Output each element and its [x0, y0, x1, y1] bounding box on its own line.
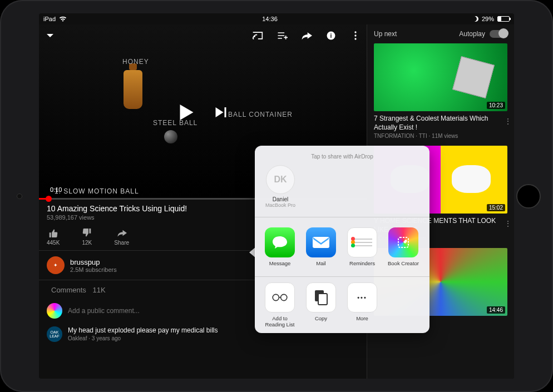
cast-icon[interactable] — [251, 29, 264, 42]
video-label: HONEY — [122, 58, 149, 66]
video-thumbnail: 10:23 — [374, 43, 507, 111]
airdrop-header: Tap to share with AirDrop — [255, 150, 429, 163]
mail-icon — [306, 227, 336, 257]
screen: iPad 14:36 29% i — [39, 13, 514, 379]
share-app-mail[interactable]: Mail — [304, 227, 338, 266]
video-label: BALL CONTAINER — [228, 111, 293, 118]
reading-list-icon — [265, 282, 295, 312]
svg-text:i: i — [330, 32, 332, 39]
status-bar: iPad 14:36 29% — [39, 13, 514, 24]
clock: 14:36 — [262, 16, 278, 22]
video-object-ball — [164, 130, 177, 143]
channel-avatar: ✦ — [47, 256, 65, 274]
share-icon — [117, 229, 127, 237]
thumb-down-icon — [82, 229, 92, 237]
duration-badge: 15:02 — [487, 204, 505, 211]
autoplay-label: Autoplay — [459, 30, 485, 38]
action-more[interactable]: ••• More — [345, 282, 379, 328]
channel-subs: 2.5M subscribers — [70, 266, 117, 273]
front-camera — [17, 193, 22, 199]
device-label: iPad — [43, 16, 56, 22]
svg-point-3 — [354, 34, 356, 36]
video-section-title: 1. SLOW MOTION BALL — [55, 187, 139, 195]
more-vert-icon[interactable] — [349, 29, 362, 42]
svg-rect-6 — [398, 237, 408, 247]
comment-count: 11K — [92, 286, 105, 294]
comment-text: My head just exploded please pay my medi… — [68, 326, 218, 334]
action-copy[interactable]: Copy — [304, 282, 338, 328]
dislike-button[interactable]: 12K — [82, 229, 92, 246]
share-arrow-icon[interactable] — [300, 29, 313, 42]
comment-meta: Oakleaf · 3 years ago — [68, 335, 218, 341]
more-icon: ••• — [347, 282, 377, 312]
ipad-frame: iPad 14:36 29% i — [0, 0, 553, 392]
item-more-icon[interactable]: ⋮ — [504, 219, 512, 228]
airdrop-target[interactable]: DK Daniel MacBook Pro — [263, 165, 298, 208]
do-not-disturb-icon — [473, 16, 478, 22]
collapse-icon[interactable] — [43, 29, 57, 42]
user-avatar — [47, 303, 62, 319]
thumb-up-icon — [48, 229, 58, 237]
up-next-label: Up next — [374, 30, 397, 38]
svg-point-7 — [273, 294, 279, 300]
share-app-reminders[interactable]: Reminders — [345, 227, 379, 266]
share-sheet: Tap to share with AirDrop DK Daniel MacB… — [255, 146, 429, 333]
share-app-bookcreator[interactable]: Book Creator — [386, 227, 421, 266]
queue-add-icon[interactable] — [275, 29, 289, 42]
airdrop-avatar: DK — [266, 165, 295, 194]
reminders-icon — [347, 227, 377, 257]
like-button[interactable]: 445K — [47, 229, 60, 246]
svg-point-2 — [354, 31, 356, 33]
home-button[interactable] — [516, 184, 541, 209]
message-icon — [265, 227, 295, 257]
commenter-avatar: OAK LEAF — [47, 326, 62, 342]
item-more-icon[interactable]: ⋮ — [504, 117, 512, 126]
wifi-icon — [59, 16, 67, 22]
up-next-item[interactable]: 10:23 7 Strangest & Coolest Materials Wh… — [367, 43, 514, 146]
duration-badge: 14:46 — [487, 306, 505, 314]
video-label: STEEL BALL — [153, 119, 198, 127]
info-icon[interactable]: i — [324, 29, 338, 42]
svg-point-8 — [281, 294, 287, 300]
battery-icon — [497, 16, 510, 22]
action-reading-list[interactable]: Add to Reading List — [263, 282, 297, 328]
duration-badge: 10:23 — [487, 102, 505, 109]
battery-percent: 29% — [482, 16, 494, 22]
svg-rect-5 — [313, 237, 329, 248]
share-button[interactable]: Share — [114, 229, 129, 246]
copy-icon — [306, 282, 336, 312]
book-creator-icon — [388, 227, 418, 257]
channel-name: brusspup — [70, 258, 117, 266]
video-object-honey — [124, 70, 142, 109]
svg-point-4 — [354, 38, 356, 39]
autoplay-toggle[interactable] — [490, 30, 507, 38]
svg-rect-10 — [318, 294, 327, 305]
current-time: 0:10 — [50, 186, 62, 193]
share-app-message[interactable]: Message — [263, 227, 297, 266]
play-button[interactable] — [180, 105, 193, 120]
next-button[interactable] — [215, 107, 226, 117]
